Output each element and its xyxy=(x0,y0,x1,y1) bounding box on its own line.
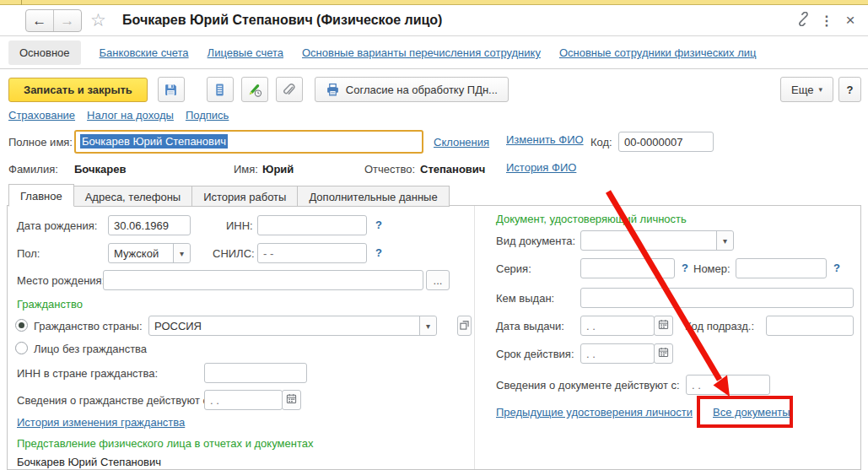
snils-label: СНИЛС: xyxy=(213,247,255,260)
lastname-value: Бочкарев xyxy=(74,163,126,176)
tab-additional-data[interactable]: Дополнительные данные xyxy=(297,186,449,207)
gender-combo[interactable]: Мужской ▾ xyxy=(108,243,191,263)
tab-work-history[interactable]: История работы xyxy=(191,186,298,207)
doc-valid-from-input[interactable]: . . xyxy=(686,375,770,395)
section-link-personal-accounts[interactable]: Лицевые счета xyxy=(208,46,283,59)
close-icon[interactable]: × xyxy=(841,11,860,30)
foreign-inn-label: ИНН в стране гражданства: xyxy=(17,367,158,380)
firstname-value: Юрий xyxy=(262,163,294,176)
code-input[interactable]: 00-0000007 xyxy=(618,132,714,152)
doc-valid-from-label: Сведения о документе действуют с: xyxy=(496,379,680,392)
section-tab-main[interactable]: Основное xyxy=(8,41,81,65)
previous-ids-link[interactable]: Предыдущие удостоверения личности xyxy=(496,406,693,419)
inn-label: ИНН: xyxy=(226,219,253,232)
inn-hint-icon[interactable]: ? xyxy=(375,219,382,231)
fio-history-link[interactable]: История ФИО xyxy=(506,161,576,174)
taskbar-edge xyxy=(0,0,868,5)
citizenship-group-title: Гражданство xyxy=(17,298,83,311)
presentation-group-title: Представление физического лица в отчетах… xyxy=(17,437,313,450)
citizenship-country-combo[interactable]: РОССИЯ ▾ xyxy=(148,316,437,336)
floppy-disk-icon xyxy=(164,83,178,97)
kebab-menu-icon[interactable]: ⋮ xyxy=(817,11,836,30)
birth-place-label: Место рождения: xyxy=(17,274,105,287)
document-kind-dropdown-icon[interactable]: ▾ xyxy=(716,230,734,251)
citizenship-dropdown-icon[interactable]: ▾ xyxy=(419,316,437,336)
declension-link[interactable]: Склонения xyxy=(434,136,489,149)
tab-main[interactable]: Главное xyxy=(8,184,74,207)
chevron-down-icon: ▾ xyxy=(818,85,822,94)
section-link-transfer-options[interactable]: Основные варианты перечисления сотрудник… xyxy=(302,46,541,59)
number-input[interactable] xyxy=(736,258,827,278)
detail-tabs: Главное Адреса, телефоны История работы … xyxy=(8,184,449,207)
expiry-input[interactable]: . . xyxy=(580,343,655,364)
issue-date-mask: . . xyxy=(586,320,596,332)
change-history-button[interactable] xyxy=(241,77,268,102)
doc-valid-from-mask: . . xyxy=(692,379,701,392)
citizenship-calendar-button[interactable] xyxy=(282,390,301,410)
taskbar-notch xyxy=(21,0,22,5)
citizenship-open-button[interactable] xyxy=(457,316,472,336)
change-fio-link[interactable]: Изменить ФИО xyxy=(506,133,584,146)
get-link-button[interactable] xyxy=(794,11,812,30)
section-link-bank-accounts[interactable]: Банковские счета xyxy=(100,46,189,59)
issue-date-input[interactable]: . . xyxy=(580,316,655,336)
foreign-inn-input[interactable] xyxy=(204,363,307,383)
snils-input[interactable]: - - xyxy=(257,243,367,263)
expiry-label: Срок действия: xyxy=(496,348,574,360)
open-window-icon xyxy=(460,320,469,332)
series-input[interactable] xyxy=(580,258,675,278)
window-header: ← → ☆ Бочкарев Юрий Степанович (Физическ… xyxy=(0,6,868,36)
calendar-icon xyxy=(286,393,297,407)
printer-icon xyxy=(326,83,340,97)
page-title: Бочкарев Юрий Степанович (Физическое лиц… xyxy=(122,13,442,28)
expiry-calendar-button[interactable] xyxy=(654,343,673,364)
signature-link[interactable]: Подпись xyxy=(186,109,229,122)
all-documents-link[interactable]: Все документы xyxy=(713,406,790,419)
tab-addresses[interactable]: Адреса, телефоны xyxy=(73,186,193,207)
related-documents-button[interactable] xyxy=(207,77,234,102)
document-kind-combo[interactable]: ▾ xyxy=(580,230,734,251)
stateless-radio[interactable] xyxy=(15,342,28,354)
help-button[interactable]: ? xyxy=(838,77,861,102)
more-button[interactable]: Еще ▾ xyxy=(780,77,833,102)
citizenship-valid-from-mask: . . xyxy=(210,394,219,407)
full-name-value: Бочкарев Юрий Степанович xyxy=(80,134,228,149)
inn-input[interactable] xyxy=(257,215,367,235)
save-button[interactable] xyxy=(158,77,185,102)
attachments-button[interactable] xyxy=(276,77,303,102)
code-label: Код: xyxy=(590,136,612,149)
insurance-link[interactable]: Страхование xyxy=(8,109,75,122)
income-tax-link[interactable]: Налог на доходы xyxy=(87,109,174,122)
back-button[interactable]: ← xyxy=(26,10,54,31)
citizenship-history-link[interactable]: История изменения гражданства xyxy=(17,416,185,429)
citizenship-country-radio[interactable] xyxy=(15,319,28,332)
birth-place-input[interactable] xyxy=(103,270,423,290)
favorite-star-icon[interactable]: ☆ xyxy=(90,10,106,30)
forward-button[interactable]: → xyxy=(54,10,82,31)
birth-place-ellipsis-button[interactable]: ... xyxy=(426,270,450,290)
firstname-label: Имя: xyxy=(234,163,258,176)
quick-links: Страхование Налог на доходы Подпись xyxy=(8,109,229,122)
issued-by-label: Кем выдан: xyxy=(496,292,554,305)
birth-date-input[interactable]: 30.06.1969 xyxy=(108,215,191,235)
citizenship-valid-from-label: Сведения о гражданстве действуют с: xyxy=(17,394,212,407)
number-hint-icon[interactable]: ? xyxy=(833,262,840,274)
dept-code-input[interactable] xyxy=(766,316,854,336)
section-link-main-employees[interactable]: Основные сотрудники физических лиц xyxy=(559,46,757,59)
more-button-label: Еще xyxy=(791,84,813,96)
code-value: 00-0000007 xyxy=(624,136,682,149)
birth-date-label: Дата рождения: xyxy=(17,219,97,232)
expiry-mask: . . xyxy=(586,348,596,360)
citizenship-valid-from-input[interactable]: . . xyxy=(204,390,283,410)
gender-dropdown-icon[interactable]: ▾ xyxy=(173,243,191,263)
gender-label: Пол: xyxy=(17,247,40,260)
save-and-close-button[interactable]: Записать и закрыть xyxy=(8,78,148,102)
series-label: Серия: xyxy=(496,262,531,275)
calendar-icon xyxy=(658,347,669,360)
full-name-input[interactable]: Бочкарев Юрий Степанович xyxy=(74,130,423,154)
series-hint-icon[interactable]: ? xyxy=(682,262,688,274)
consent-print-button[interactable]: Согласие на обработку ПДн... xyxy=(315,77,509,102)
snils-hint-icon[interactable]: ? xyxy=(375,246,382,259)
issue-date-calendar-button[interactable] xyxy=(654,316,673,336)
issued-by-input[interactable] xyxy=(580,288,854,308)
